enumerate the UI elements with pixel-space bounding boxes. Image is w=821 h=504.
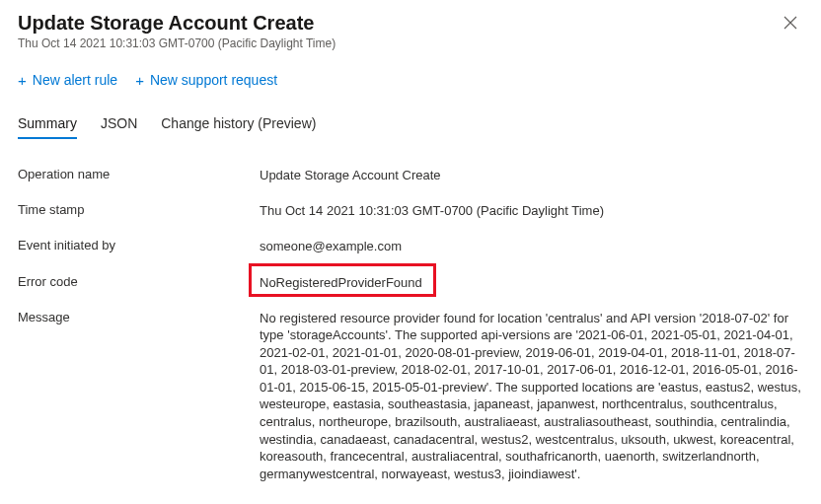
new-alert-rule-label: New alert rule <box>33 72 117 88</box>
close-icon <box>784 16 797 30</box>
details-panel: Operation name Update Storage Account Cr… <box>18 158 803 491</box>
value-event-initiated-by: someone@example.com <box>260 238 402 255</box>
label-message: Message <box>18 310 260 324</box>
plus-icon: + <box>135 73 144 88</box>
value-operation-name: Update Storage Account Create <box>260 167 441 184</box>
value-message: No registered resource provider found fo… <box>260 310 803 482</box>
tab-summary[interactable]: Summary <box>18 109 77 139</box>
label-event-initiated-by: Event initiated by <box>18 238 260 252</box>
label-operation-name: Operation name <box>18 167 260 181</box>
header-timestamp: Thu Oct 14 2021 10:31:03 GMT-0700 (Pacif… <box>18 36 336 50</box>
tab-json[interactable]: JSON <box>101 109 137 139</box>
detail-row-operation-name: Operation name Update Storage Account Cr… <box>18 158 803 193</box>
label-time-stamp: Time stamp <box>18 202 260 217</box>
tab-change-history[interactable]: Change history (Preview) <box>161 109 316 139</box>
label-error-code: Error code <box>18 274 260 289</box>
detail-row-event-initiated-by: Event initiated by someone@example.com <box>18 229 803 264</box>
close-button[interactable] <box>778 12 803 37</box>
plus-icon: + <box>18 73 27 88</box>
tab-strip: Summary JSON Change history (Preview) <box>18 109 803 140</box>
new-alert-rule-button[interactable]: + New alert rule <box>18 72 117 88</box>
page-title: Update Storage Account Create <box>18 12 336 35</box>
value-error-code: NoRegisteredProviderFound <box>260 274 422 292</box>
command-bar: + New alert rule + New support request <box>18 72 803 88</box>
detail-row-message: Message No registered resource provider … <box>18 301 803 491</box>
detail-row-error-code: Error code NoRegisteredProviderFound <box>18 265 803 301</box>
new-support-request-button[interactable]: + New support request <box>135 72 277 88</box>
value-time-stamp: Thu Oct 14 2021 10:31:03 GMT-0700 (Pacif… <box>260 202 604 220</box>
new-support-request-label: New support request <box>150 72 277 88</box>
detail-row-time-stamp: Time stamp Thu Oct 14 2021 10:31:03 GMT-… <box>18 193 803 229</box>
